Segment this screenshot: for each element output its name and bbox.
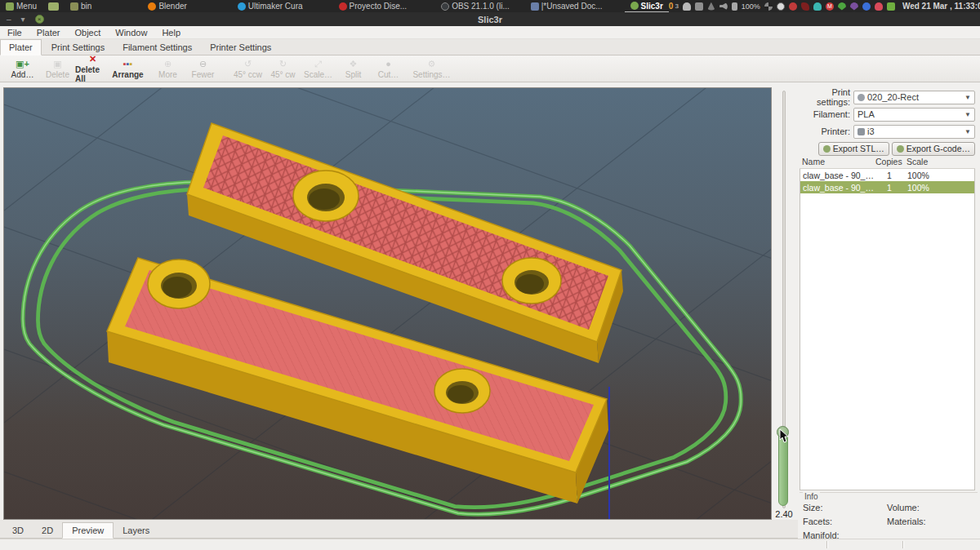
settings-label: Settings… xyxy=(412,70,450,79)
menu-help[interactable]: Help xyxy=(154,28,188,38)
shield-purple-icon[interactable] xyxy=(850,2,858,11)
fewer-button[interactable]: ⊖ Fewer xyxy=(185,59,220,79)
split-button[interactable]: ❖ Split xyxy=(336,59,371,79)
user-icon[interactable] xyxy=(683,2,691,11)
shield-check-icon[interactable] xyxy=(838,2,846,11)
tab-2d[interactable]: 2D xyxy=(33,523,62,538)
print-settings-value: 020_20-Rect xyxy=(867,92,919,102)
split-icon: ❖ xyxy=(350,59,358,69)
tab-print-settings[interactable]: Print Settings xyxy=(43,40,113,55)
export-stl-button[interactable]: Export STL… xyxy=(818,142,889,156)
menu-file[interactable]: File xyxy=(0,28,29,38)
fewer-icon: ⊖ xyxy=(199,59,207,69)
view-tabs: 3D 2D Preview Layers xyxy=(0,520,798,539)
scale-button[interactable]: ⤢ Scale… xyxy=(301,59,336,79)
menu-plater[interactable]: Plater xyxy=(29,28,68,38)
blue-app-icon[interactable] xyxy=(862,2,871,11)
tab-3d[interactable]: 3D xyxy=(3,523,33,538)
tab-preview[interactable]: Preview xyxy=(62,522,114,539)
cloud-icon[interactable] xyxy=(813,2,822,11)
taskbar-proyecto-label: Proyecto Dise... xyxy=(350,2,408,11)
red-app-tray-icon[interactable] xyxy=(789,2,797,11)
printer-select[interactable]: i3 ▼ xyxy=(853,125,975,139)
taskbar-window-obs[interactable]: OBS 21.1.0 (li... xyxy=(435,0,515,12)
object-scale: 100% xyxy=(902,183,935,193)
delete-label: Delete xyxy=(46,70,69,79)
cut-button[interactable]: ● Cut… xyxy=(371,59,406,79)
filament-value: PLA xyxy=(858,109,875,119)
column-header-copies[interactable]: Copies xyxy=(875,157,902,168)
print-settings-select[interactable]: 020_20-Rect ▼ xyxy=(853,91,975,104)
printer-value: i3 xyxy=(867,126,875,136)
arrange-button[interactable]: ▪▪▪ Arrange xyxy=(110,59,145,79)
taskbar-slic3r-label: Slic3r xyxy=(641,2,663,11)
menu-object[interactable]: Object xyxy=(67,28,108,38)
info-materials-label: Materials: xyxy=(887,517,974,526)
volume-icon[interactable] xyxy=(719,2,728,11)
delete-all-button[interactable]: ✕ Delete All xyxy=(75,54,110,83)
obs-tray-icon[interactable] xyxy=(764,2,773,11)
window-title: Slic3r xyxy=(0,15,980,24)
preview-3d-viewport[interactable] xyxy=(3,87,772,520)
object-table-header: Name Copies Scale xyxy=(800,157,975,169)
info-group: Info Size: Volume: Facets: Materials: Ma… xyxy=(800,492,978,537)
taskbar-blender-label: Blender xyxy=(158,2,186,11)
fewer-label: Fewer xyxy=(192,70,215,79)
desktop-icon xyxy=(48,2,59,11)
rotate-ccw-button[interactable]: ↺ 45° ccw xyxy=(230,59,265,79)
taskbar-window-cura[interactable]: Ultimaker Cura xyxy=(232,0,309,12)
bolt-hole xyxy=(434,369,490,413)
bolt-hole xyxy=(502,258,561,304)
delete-button[interactable]: ▣ Delete xyxy=(40,59,75,79)
screen-icon[interactable] xyxy=(695,2,703,11)
status-bar xyxy=(0,539,980,550)
filament-label: Filament: xyxy=(798,109,853,119)
tab-plater[interactable]: Plater xyxy=(0,39,42,55)
notification-subcount: 3 xyxy=(675,2,678,10)
taskbar-show-desktop-button[interactable] xyxy=(42,0,65,12)
table-row-selected[interactable]: claw_base - 90_bracket... 1 100% xyxy=(800,181,974,193)
paw-icon[interactable] xyxy=(875,2,883,11)
obs-icon xyxy=(441,2,449,11)
notification-count[interactable]: 0 xyxy=(669,2,674,11)
export-stl-label: Export STL… xyxy=(833,144,884,153)
menu-window[interactable]: Window xyxy=(108,28,154,38)
taskbar-window-unsaved-doc[interactable]: |*Unsaved Doc... xyxy=(525,0,608,12)
green-box-icon[interactable] xyxy=(887,2,895,11)
preset-icon xyxy=(858,94,865,101)
tab-layers[interactable]: Layers xyxy=(114,523,158,538)
network-icon[interactable] xyxy=(707,2,715,11)
table-row[interactable]: claw_base - 90_bracket... 1 100% xyxy=(800,169,974,181)
taskbar-menu-button[interactable]: Menu xyxy=(0,0,42,12)
tab-filament-settings[interactable]: Filament Settings xyxy=(114,40,200,55)
export-gcode-button[interactable]: Export G-code… xyxy=(892,142,975,156)
more-button[interactable]: ⊕ More xyxy=(150,59,185,79)
cura-icon xyxy=(238,2,246,11)
settings-button[interactable]: ⚙ Settings… xyxy=(414,59,449,79)
taskbar-window-slic3r[interactable]: Slic3r xyxy=(625,0,669,12)
dark-red-tray-icon[interactable] xyxy=(801,2,809,11)
opera-icon xyxy=(339,2,347,11)
chevron-down-icon: ▼ xyxy=(964,111,971,118)
add-button[interactable]: ▣+ Add… xyxy=(5,59,40,79)
taskbar-clock[interactable]: Wed 21 Mar , 11:33:05 xyxy=(902,2,980,11)
gear-tray-icon[interactable] xyxy=(777,2,785,11)
object-name: claw_base - 90_bracket... xyxy=(800,171,876,180)
taskbar-window-blender[interactable]: Blender xyxy=(142,0,192,12)
gmail-icon[interactable]: M xyxy=(826,2,834,11)
column-header-scale[interactable]: Scale xyxy=(902,157,934,168)
arrange-label: Arrange xyxy=(112,70,143,79)
battery-icon[interactable] xyxy=(732,2,737,11)
rotate-cw-label: 45° cw xyxy=(270,70,295,79)
delete-all-icon: ✕ xyxy=(89,54,96,64)
mint-menu-icon xyxy=(6,2,14,11)
taskbar-window-proyecto[interactable]: Proyecto Dise... xyxy=(333,0,413,12)
column-header-name[interactable]: Name xyxy=(800,157,875,168)
status-divider xyxy=(902,541,903,548)
tab-printer-settings[interactable]: Printer Settings xyxy=(202,40,279,55)
filament-select[interactable]: PLA ▼ xyxy=(853,108,975,122)
bolt-hole xyxy=(293,171,359,221)
object-list[interactable]: claw_base - 90_bracket... 1 100% claw_ba… xyxy=(800,169,975,490)
rotate-cw-button[interactable]: ↻ 45° cw xyxy=(265,59,301,79)
taskbar-window-bin[interactable]: bin xyxy=(65,0,97,12)
